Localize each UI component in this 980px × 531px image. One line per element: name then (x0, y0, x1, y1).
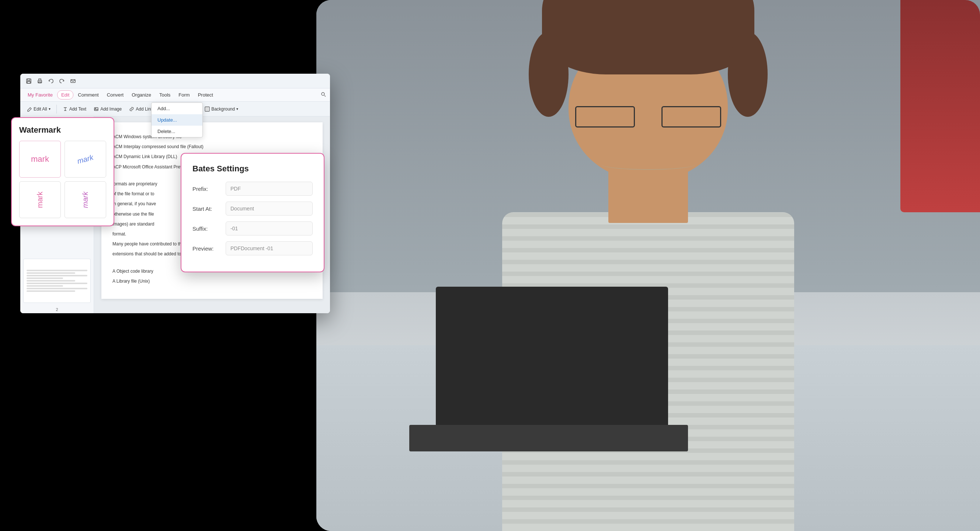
menu-item-protect[interactable]: Protect (194, 90, 217, 99)
svg-rect-1 (28, 79, 30, 81)
add-image-button[interactable]: Add Image (91, 105, 125, 113)
watermark-panel-title: Watermark (19, 125, 106, 135)
watermark-update-item[interactable]: Update... (151, 114, 202, 126)
print-icon[interactable] (36, 77, 44, 85)
toolbar-separator-1 (56, 105, 57, 114)
menu-item-comment[interactable]: Comment (74, 90, 102, 99)
menu-item-convert[interactable]: Convert (103, 90, 127, 99)
save-icon[interactable] (25, 77, 33, 85)
doc-line-2: ACM Interplay compressed sound file (Fal… (113, 143, 312, 151)
menu-item-form[interactable]: Form (175, 90, 193, 99)
bates-label-preview: Preview: (192, 246, 226, 252)
svg-rect-4 (39, 82, 41, 83)
doc-line-14: A Library file (Unix) (113, 278, 312, 285)
menu-bar: My Favorite Edit Comment Convert Organiz… (20, 89, 330, 102)
bates-field-start-at: Start At: (192, 201, 313, 216)
title-bar (20, 74, 330, 89)
watermark-panel: Watermark mark mark mark mark (11, 117, 114, 226)
bates-input-preview[interactable] (226, 241, 313, 255)
search-icon[interactable] (320, 91, 326, 98)
menu-item-organize[interactable]: Organize (128, 90, 155, 99)
watermark-grid: mark mark mark mark (19, 141, 106, 218)
bates-input-suffix[interactable] (226, 222, 313, 235)
bates-field-preview: Preview: (192, 241, 313, 255)
bates-panel-title: Bates Settings (192, 164, 313, 174)
bates-field-prefix: Prefix: (192, 182, 313, 196)
doc-line-1: ACM Windows system directory file (113, 133, 312, 140)
bates-panel: Bates Settings Prefix: Start At: Suffix:… (181, 153, 325, 272)
menu-item-tools[interactable]: Tools (156, 90, 174, 99)
watermark-sample-2[interactable]: mark (65, 141, 106, 178)
edit-all-button[interactable]: Edit All ▾ (24, 105, 54, 113)
bates-field-suffix: Suffix: (192, 222, 313, 235)
watermark-sample-4[interactable]: mark (65, 181, 106, 218)
email-icon[interactable] (69, 77, 77, 85)
svg-point-6 (321, 92, 325, 95)
menu-item-edit[interactable]: Edit (57, 90, 73, 100)
svg-rect-2 (27, 81, 30, 83)
thumbnail-item-2[interactable] (23, 259, 91, 303)
bates-label-suffix: Suffix: (192, 225, 226, 232)
svg-rect-10 (206, 108, 209, 111)
bates-label-prefix: Prefix: (192, 186, 226, 192)
photo-area (317, 0, 980, 531)
redo-icon[interactable] (58, 77, 66, 85)
page-number: 2 (20, 306, 94, 313)
watermark-sample-1[interactable]: mark (19, 141, 61, 178)
watermark-sample-3[interactable]: mark (19, 181, 61, 218)
menu-item-my-favorite[interactable]: My Favorite (24, 90, 56, 99)
bates-input-start-at[interactable] (226, 201, 313, 216)
watermark-add-item[interactable]: Add... (151, 103, 202, 114)
bates-input-prefix[interactable] (226, 182, 313, 196)
watermark-dropdown: Add... Update... Delete... (151, 103, 203, 138)
undo-icon[interactable] (47, 77, 55, 85)
bates-label-start-at: Start At: (192, 206, 226, 212)
background-button[interactable]: Background ▾ (202, 105, 241, 113)
add-text-button[interactable]: Add Text (60, 105, 89, 113)
watermark-delete-item[interactable]: Delete... (151, 126, 202, 137)
